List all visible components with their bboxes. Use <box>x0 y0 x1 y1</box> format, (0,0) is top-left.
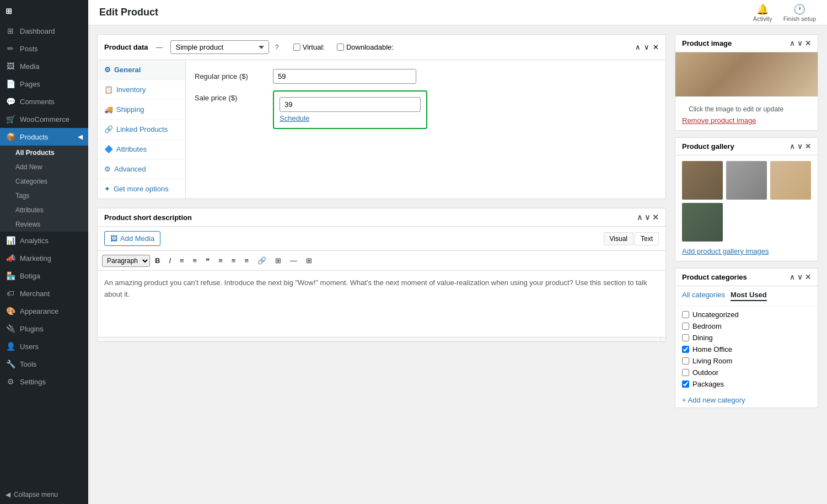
italic-button[interactable]: I <box>165 254 175 267</box>
most-used-tab[interactable]: Most Used <box>731 291 767 301</box>
get-more-options-link[interactable]: ✦ Get more options <box>98 179 185 199</box>
collapse-menu-button[interactable]: ◀ Collapse menu <box>0 485 88 504</box>
category-checkbox-packages[interactable] <box>682 380 689 388</box>
tab-general-label: General <box>114 66 141 74</box>
sidebar-item-settings[interactable]: ⚙ Settings <box>0 373 88 390</box>
collapse-down-icon[interactable]: ∨ <box>645 213 650 222</box>
sidebar-item-merchant[interactable]: 🏷 Merchant <box>0 285 88 302</box>
paragraph-select[interactable]: Paragraph <box>102 255 150 267</box>
category-label-living-room: Living Room <box>692 357 732 365</box>
sidebar-item-pages[interactable]: 📄 Pages <box>0 75 88 93</box>
sidebar-item-label: Botiga <box>20 272 40 280</box>
tab-general[interactable]: ⚙ General <box>98 60 185 80</box>
sidebar-item-botiga[interactable]: 🏪 Botiga <box>0 267 88 285</box>
submenu-categories[interactable]: Categories <box>0 174 88 189</box>
visual-tab-button[interactable]: Visual <box>604 232 633 245</box>
close-icon[interactable]: ✕ <box>652 213 659 222</box>
down-icon[interactable]: ∨ <box>797 39 803 47</box>
regular-price-input[interactable] <box>273 69 416 84</box>
add-gallery-images-link[interactable]: Add product gallery images <box>675 247 818 261</box>
text-tab-button[interactable]: Text <box>635 232 659 245</box>
category-label-uncategorized: Uncategorized <box>692 310 739 319</box>
blockquote-button[interactable]: ❝ <box>202 254 213 267</box>
sidebar-item-comments[interactable]: 💬 Comments <box>0 93 88 110</box>
up-icon[interactable]: ∧ <box>790 39 795 47</box>
sale-price-input[interactable] <box>280 97 421 112</box>
close-icon[interactable]: ✕ <box>653 43 659 51</box>
short-description-content[interactable]: An amazing product you can't refuse. Int… <box>98 271 665 337</box>
sidebar-item-tools[interactable]: 🔧 Tools <box>0 355 88 373</box>
tab-shipping[interactable]: 🚚 Shipping <box>98 100 185 120</box>
editor-resize-handle[interactable]: ⋮ <box>98 337 665 341</box>
up-icon[interactable]: ∧ <box>790 273 795 281</box>
downloadable-checkbox[interactable] <box>337 44 344 51</box>
sidebar-item-marketing[interactable]: 📣 Marketing <box>0 249 88 267</box>
insert-table-button[interactable]: ⊞ <box>271 254 285 267</box>
activity-button[interactable]: 🔔 Activity <box>753 3 772 22</box>
unordered-list-button[interactable]: ≡ <box>176 254 188 267</box>
sidebar-item-plugins[interactable]: 🔌 Plugins <box>0 320 88 337</box>
finish-setup-button[interactable]: 🕐 Finish setup <box>783 3 816 22</box>
downloadable-label: Downloadable: <box>346 43 394 51</box>
close-icon[interactable]: ✕ <box>805 273 811 281</box>
sidebar-item-users[interactable]: 👤 Users <box>0 337 88 355</box>
tab-attributes[interactable]: 🔷 Attributes <box>98 140 185 159</box>
collapse-up-icon[interactable]: ∧ <box>637 213 642 222</box>
product-type-select[interactable]: Simple product Grouped product External/… <box>170 40 269 54</box>
add-new-category-link[interactable]: + Add new category <box>675 393 818 408</box>
sidebar-item-products[interactable]: 📦 Products ◀ <box>0 128 88 146</box>
submenu-add-new[interactable]: Add New <box>0 160 88 174</box>
ordered-list-button[interactable]: ≡ <box>189 254 201 267</box>
sidebar-item-woocommerce[interactable]: 🛒 WooCommerce <box>0 110 88 128</box>
product-gallery-title: Product gallery <box>682 142 734 151</box>
gallery-thumb-1[interactable] <box>682 161 723 200</box>
fullscreen-button[interactable]: ⊞ <box>302 254 316 267</box>
collapse-up-icon[interactable]: ∧ <box>635 43 641 51</box>
bold-button[interactable]: B <box>151 254 164 267</box>
gallery-thumb-2[interactable] <box>726 161 767 200</box>
sidebar-item-posts[interactable]: ✏ Posts <box>0 40 88 57</box>
tab-advanced[interactable]: ⚙ Advanced <box>98 159 185 179</box>
horizontal-rule-button[interactable]: — <box>286 254 301 267</box>
close-icon[interactable]: ✕ <box>805 39 811 47</box>
submenu-attributes[interactable]: Attributes <box>0 203 88 217</box>
category-checkbox-dining[interactable] <box>682 334 689 341</box>
category-checkbox-home-office[interactable] <box>682 346 689 353</box>
users-icon: 👤 <box>6 342 15 351</box>
gallery-thumb-3[interactable] <box>770 161 811 200</box>
down-icon[interactable]: ∨ <box>797 273 803 281</box>
product-main-image[interactable] <box>675 52 818 96</box>
up-icon[interactable]: ∧ <box>790 142 795 151</box>
submenu-tags[interactable]: Tags <box>0 189 88 203</box>
remove-product-image-link[interactable]: Remove product image <box>682 116 756 125</box>
get-more-icon: ✦ <box>104 185 110 193</box>
submenu-reviews[interactable]: Reviews <box>0 217 88 232</box>
align-center-button[interactable]: ≡ <box>228 254 240 267</box>
align-left-button[interactable]: ≡ <box>214 254 227 267</box>
submenu-all-products[interactable]: All Products <box>0 146 88 160</box>
category-checkbox-uncategorized[interactable] <box>682 311 689 318</box>
sidebar-item-media[interactable]: 🖼 Media <box>0 57 88 75</box>
product-type-help-icon[interactable]: ? <box>275 43 278 51</box>
down-icon[interactable]: ∨ <box>797 142 803 151</box>
sidebar-item-appearance[interactable]: 🎨 Appearance <box>0 302 88 320</box>
gallery-grid <box>675 156 818 247</box>
sidebar-item-analytics[interactable]: 📊 Analytics <box>0 232 88 249</box>
tab-inventory[interactable]: 📋 Inventory <box>98 80 185 100</box>
tab-inventory-label: Inventory <box>116 85 146 94</box>
category-checkbox-bedroom[interactable] <box>682 323 689 330</box>
align-right-button[interactable]: ≡ <box>240 254 253 267</box>
sidebar-item-dashboard[interactable]: ⊞ Dashboard <box>0 22 88 40</box>
add-media-button[interactable]: 🖼 Add Media <box>104 231 160 246</box>
schedule-link[interactable]: Schedule <box>280 114 421 122</box>
virtual-checkbox[interactable] <box>293 44 300 51</box>
tab-linked-products[interactable]: 🔗 Linked Products <box>98 120 185 140</box>
link-button[interactable]: 🔗 <box>254 254 270 267</box>
all-categories-tab[interactable]: All categories <box>682 291 725 301</box>
category-checkbox-living-room[interactable] <box>682 357 689 364</box>
gallery-thumb-4[interactable] <box>682 203 723 242</box>
collapse-down-icon[interactable]: ∨ <box>644 43 649 51</box>
close-icon[interactable]: ✕ <box>805 142 811 151</box>
short-description-header: Product short description ∧ ∨ ✕ <box>98 208 665 227</box>
category-checkbox-outdoor[interactable] <box>682 369 689 376</box>
